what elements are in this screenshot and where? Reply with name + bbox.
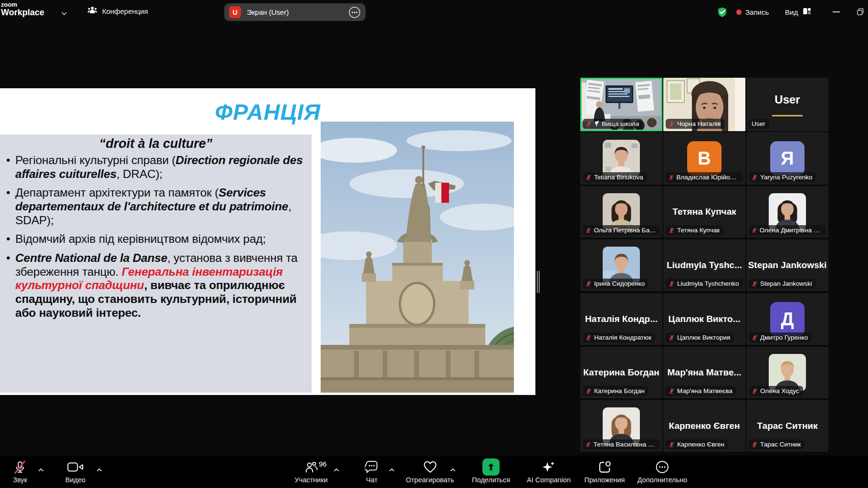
tab-screen-share-label: Экран (User) — [247, 8, 289, 16]
participant-tile-tetiana-biriukova[interactable]: Tetiana Biriukova — [580, 132, 662, 185]
participant-nameplate: User — [749, 119, 769, 129]
toolbar-button-share[interactable]: Поделиться — [472, 458, 510, 484]
toolbar-button-audio[interactable]: Звук — [13, 458, 27, 484]
zoom-workplace-logo: zoom Workplace — [1, 1, 44, 17]
slide-bullet-4: Centre National de la Danse, установа з … — [4, 251, 308, 320]
slide-bullet-list: Регіональні культурні справи (Direction … — [4, 154, 308, 320]
pin-icon — [594, 121, 599, 127]
participant-tile-olena-dmytrivna-lau[interactable]: Олена Дмитрівна Лау... — [746, 186, 828, 238]
muted-mic-icon — [752, 174, 758, 181]
participant-tile-yaryna-puzyrenko[interactable]: ЯYaryna Puzyrenko — [746, 132, 828, 185]
participant-tile-iryna-sydorenko[interactable]: Ірина Сидоренко — [580, 239, 662, 291]
tab-screen-share[interactable]: U Экран (User) — [224, 3, 366, 21]
titlebar: zoom Workplace Конференция U Экран (User… — [0, 0, 868, 24]
tab-options-icon[interactable] — [348, 6, 361, 19]
share-icon — [482, 458, 500, 476]
shared-screen-slide: ФРАНЦІЯ “droit à la culture” Регіональні… — [0, 88, 535, 395]
muted-mic-icon — [586, 121, 592, 127]
chat-icon — [365, 460, 379, 474]
toolbar-label-ai: AI Companion — [527, 476, 571, 484]
mic-muted-icon — [13, 460, 27, 475]
meeting-toolbar: В ЗвукВидео96УчастникиЧатОтреагироватьПо… — [0, 456, 868, 488]
gallery-view-icon — [802, 7, 812, 17]
participant-tile-taras-sytnyk[interactable]: Тарас СитникТарас Ситник — [746, 400, 828, 452]
muted-mic-icon — [669, 121, 675, 127]
participant-nameplate: Liudmyla Tyshchenko — [666, 279, 743, 289]
muted-mic-icon — [586, 227, 591, 234]
participant-tile-vladyslav-yuriiovych[interactable]: ВВладислав Юрійович ... — [663, 132, 745, 185]
heart-icon — [423, 460, 437, 474]
logo-line1: zoom — [1, 1, 44, 8]
participant-tile-olena-khodus[interactable]: Олена Ходус — [746, 347, 828, 398]
letter-avatar: Я — [770, 141, 805, 176]
self-underline — [772, 115, 803, 116]
slide-title: ФРАНЦІЯ — [0, 99, 535, 125]
screen-share-avatar: U — [229, 6, 241, 18]
participant-nameplate: Катерина Богдан — [583, 386, 648, 396]
toolbar-button-apps[interactable]: Приложения — [585, 458, 625, 484]
muted-mic-icon — [752, 334, 758, 341]
recording-indicator[interactable]: Запись — [736, 0, 769, 24]
toolbar-button-participants[interactable]: 96Участники — [294, 458, 327, 484]
participant-nameplate: Ірина Сидоренко — [583, 279, 648, 289]
tab-conference[interactable]: Конференция — [87, 6, 148, 16]
participant-tile-stepan-jankowski[interactable]: Stepan JankowskiStepan Jankowski — [746, 239, 828, 291]
participant-tile-tetiana-vasylivna-hol[interactable]: Тетяна Василівна Гол... — [580, 400, 662, 452]
participant-nameplate: Тарас Ситник — [749, 439, 805, 449]
security-shield-icon[interactable] — [717, 7, 728, 20]
meeting-stage: ФРАНЦІЯ “droit à la culture” Регіональні… — [0, 24, 868, 456]
toolbar-participants-chevron-up-icon[interactable] — [334, 465, 340, 474]
slide-photo-statue-french-flag — [321, 122, 514, 393]
toolbar-label-apps: Приложения — [585, 476, 625, 484]
muted-mic-icon — [669, 280, 675, 287]
toolbar-label-more: Дополнительно — [638, 476, 687, 484]
participant-tile-tsapliuk-viktoriia[interactable]: Цаплюк Викто...Цаплюк Виктория — [663, 293, 745, 345]
participant-nameplate: Вища школа — [583, 119, 643, 129]
recording-label: Запись — [745, 8, 769, 16]
participant-tile-chorna-nataliia[interactable]: Чорна Наталія — [663, 78, 745, 131]
toolbar-video-chevron-up-icon[interactable] — [96, 465, 103, 474]
toolbar-button-ai[interactable]: AI Companion — [527, 458, 571, 484]
window-minimize-button[interactable] — [833, 11, 840, 12]
slide-subtitle: “droit à la culture” — [4, 136, 308, 151]
participant-tile-dmytro-hurenko[interactable]: ДДмитро Гуренко — [746, 293, 828, 345]
window-restore-button[interactable] — [857, 8, 864, 18]
toolbar-button-video[interactable]: Видео — [65, 458, 85, 484]
participant-tile-liudmyla-tyshchenko[interactable]: Liudmyla Tyshc...Liudmyla Tyshchenko — [663, 239, 745, 291]
toolbar-label-audio: Звук — [13, 476, 27, 484]
muted-mic-icon — [752, 280, 758, 287]
muted-mic-icon — [669, 227, 675, 234]
toolbar-chat-chevron-up-icon[interactable] — [389, 465, 395, 474]
participant-tile-user-self[interactable]: UserUser — [746, 78, 828, 131]
view-button[interactable]: Вид — [785, 0, 812, 24]
muted-mic-icon — [586, 441, 591, 448]
participant-nameplate: Yaryna Puzyrenko — [749, 172, 816, 182]
toolbar-react-chevron-up-icon[interactable] — [450, 465, 456, 474]
participant-nameplate: Чорна Наталія — [666, 119, 724, 129]
toolbar-button-more[interactable]: Дополнительно — [638, 458, 687, 484]
participant-tile-vyshcha-shkola[interactable]: Вища школа — [580, 78, 662, 131]
participant-nameplate: Ольга Петрівна Бацук — [583, 225, 660, 235]
muted-mic-icon — [752, 388, 758, 395]
chevron-down-icon[interactable] — [61, 9, 67, 18]
participant-tile-kateryna-bohdan[interactable]: Катерина БогданКатерина Богдан — [580, 347, 662, 398]
participant-tile-karpenko-yevhen[interactable]: Карпенко ЄвгенКарпенко Євген — [663, 400, 745, 452]
muted-mic-icon — [669, 174, 674, 181]
panel-resize-handle[interactable] — [537, 271, 540, 293]
toolbar-button-react[interactable]: Отреагировать — [406, 458, 454, 484]
zoom-workplace-window: zoom Workplace Конференция U Экран (User… — [0, 0, 868, 488]
muted-mic-icon — [586, 174, 592, 181]
logo-line2: Workplace — [1, 8, 44, 17]
participant-nameplate: Наталія Кондратюк — [583, 332, 655, 343]
participant-tile-nataliia-kondratiuk[interactable]: Наталія Кондр...Наталія Кондратюк — [580, 293, 662, 345]
apps-icon — [598, 460, 612, 474]
toolbar-audio-chevron-up-icon[interactable] — [38, 465, 44, 474]
participant-tile-tetiana-kupchak[interactable]: Тетяна КупчакТетяна Купчак — [663, 186, 745, 238]
toolbar-button-chat[interactable]: Чат — [365, 458, 379, 484]
letter-avatar: В — [687, 141, 722, 176]
toolbar-label-participants: Участники — [294, 476, 327, 484]
participant-nameplate: Тетяна Василівна Гол... — [583, 439, 660, 449]
participant-tile-olha-batsuk[interactable]: Ольга Петрівна Бацук — [580, 186, 662, 238]
participant-tile-mariana-matveieva[interactable]: Мар'яна Матве...Мар'яна Матвеєва — [663, 347, 745, 398]
participants-count-badge: 96 — [319, 460, 327, 468]
